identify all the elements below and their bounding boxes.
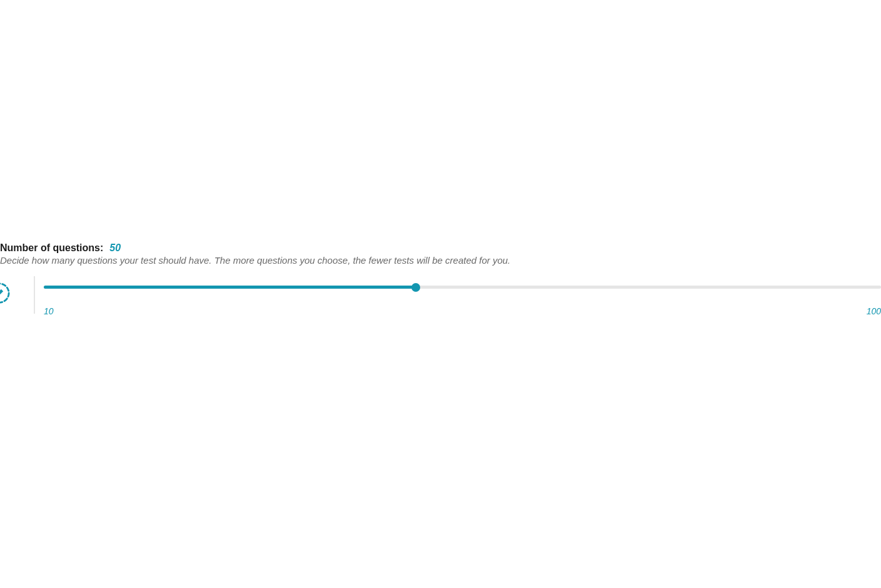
questions-description: Decide how many questions your test shou…	[0, 255, 881, 266]
questions-value: 50	[109, 242, 121, 254]
questions-slider[interactable]	[44, 286, 881, 289]
slider-min-label: 10	[44, 306, 54, 316]
vertical-divider	[34, 276, 35, 314]
slider-thumb[interactable]	[411, 283, 420, 292]
slider-max-label: 100	[867, 306, 881, 316]
questions-label: Number of questions:	[0, 242, 103, 254]
slider-fill	[44, 286, 416, 289]
edit-circle-icon	[0, 282, 10, 304]
